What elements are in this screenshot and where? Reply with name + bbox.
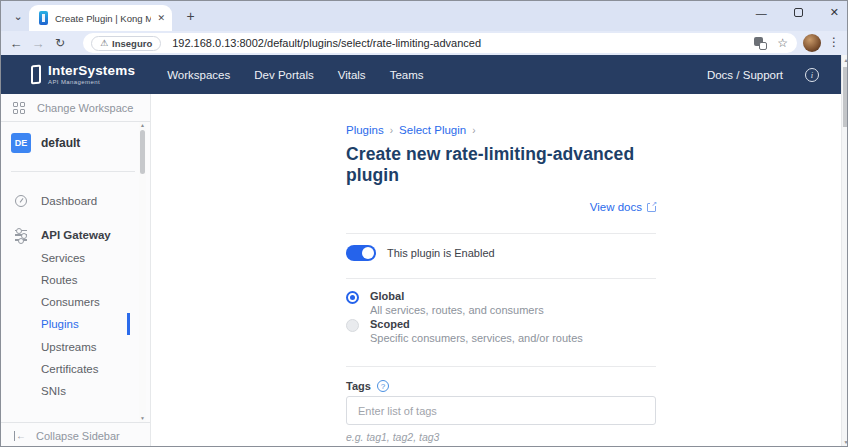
sidebar-item-certificates[interactable]: Certificates <box>1 358 139 380</box>
window-controls: — ✕ <box>756 6 839 19</box>
intersystems-logo-icon <box>31 64 41 84</box>
breadcrumb-select-plugin[interactable]: Select Plugin <box>399 124 466 136</box>
global-description: All services, routes, and consumers <box>370 304 544 316</box>
nav-vitals[interactable]: Vitals <box>338 69 366 81</box>
api-gateway-icon <box>15 230 27 241</box>
page-scrollbar[interactable]: ▲ ▼ <box>841 55 848 447</box>
scroll-down-icon[interactable]: ▼ <box>842 439 848 446</box>
scroll-up-icon[interactable]: ▲ <box>139 122 146 129</box>
workspace-grid-icon <box>13 102 25 114</box>
tab-title: Create Plugin | Kong Manager <box>55 13 151 24</box>
tags-field-header: Tags ? <box>346 380 656 392</box>
window-close-button[interactable]: ✕ <box>830 6 839 19</box>
tab-close-icon[interactable]: ✕ <box>157 13 165 23</box>
reload-button-icon[interactable]: ↻ <box>49 36 71 50</box>
sidebar-item-services[interactable]: Services <box>1 247 139 269</box>
intersystems-logo[interactable]: InterSystems API Management <box>31 64 135 86</box>
radio-global-selected[interactable] <box>346 291 359 304</box>
scoped-label: Scoped <box>370 318 583 331</box>
browser-window: ⌄ Create Plugin | Kong Manager ✕ + — ✕ ←… <box>0 0 848 447</box>
tab-search-chevron-icon[interactable]: ⌄ <box>9 8 27 25</box>
view-docs-label: View docs <box>590 201 642 213</box>
radio-scoped-unselected[interactable] <box>346 319 359 332</box>
kong-manager-page: InterSystems API Management Workspaces D… <box>1 55 848 447</box>
collapse-arrow-icon: ← <box>14 431 26 441</box>
enabled-toggle-row: This plugin is Enabled <box>346 245 656 261</box>
browser-tab[interactable]: Create Plugin | Kong Manager ✕ <box>29 5 172 31</box>
tags-help-icon[interactable]: ? <box>377 380 389 392</box>
tags-hint: e.g. tag1, tag2, tag3 <box>346 431 656 443</box>
section-divider <box>346 278 656 279</box>
sidebar-item-label: Upstreams <box>41 341 97 353</box>
sidebar-scrollbar-thumb[interactable] <box>140 130 145 174</box>
url-bar[interactable]: ⚠ Inseguro 192.168.0.13:8002/default/plu… <box>83 33 797 53</box>
sidebar-item-api-gateway[interactable]: API Gateway <box>1 224 139 246</box>
sidebar-item-label: Routes <box>41 274 77 286</box>
external-link-icon: ↗ <box>647 203 656 212</box>
brand-subtitle: API Management <box>48 79 135 85</box>
brand-name: InterSystems <box>48 64 135 78</box>
scoped-description: Specific consumers, services, and/or rou… <box>370 332 583 344</box>
url-text: 192.168.0.13:8002/default/plugins/select… <box>172 37 754 49</box>
workspace-avatar: DE <box>11 133 31 153</box>
info-icon[interactable]: i <box>805 68 819 82</box>
top-navigation: Workspaces Dev Portals Vitals Teams <box>167 69 423 81</box>
sidebar-item-label: Services <box>41 252 85 264</box>
plugin-enabled-toggle[interactable] <box>346 245 376 261</box>
sidebar-item-label: API Gateway <box>41 229 111 241</box>
bookmark-star-icon[interactable]: ☆ <box>777 36 788 50</box>
browser-menu-icon[interactable]: ⋮ <box>828 35 840 49</box>
sidebar-divider <box>11 171 135 172</box>
profile-avatar[interactable] <box>803 34 821 52</box>
translate-icon[interactable] <box>754 37 767 50</box>
scroll-down-icon[interactable]: ▼ <box>139 415 146 422</box>
breadcrumb-separator: › <box>390 125 393 136</box>
scope-option-scoped[interactable]: Scoped Specific consumers, services, and… <box>346 318 656 344</box>
sidebar-item-upstreams[interactable]: Upstreams <box>1 336 139 358</box>
sidebar-scrollbar[interactable]: ▲ ▼ <box>139 122 146 422</box>
docs-support-link[interactable]: Docs / Support <box>707 69 783 81</box>
workspace-name: default <box>41 136 80 150</box>
app-header: InterSystems API Management Workspaces D… <box>1 55 848 94</box>
nav-workspaces[interactable]: Workspaces <box>167 69 230 81</box>
collapse-sidebar-label: Collapse Sidebar <box>36 430 120 442</box>
minimize-button[interactable]: — <box>756 7 767 19</box>
site-security-chip[interactable]: ⚠ Inseguro <box>91 36 161 51</box>
breadcrumb-plugins[interactable]: Plugins <box>346 124 384 136</box>
page-scrollbar-thumb[interactable] <box>843 67 848 127</box>
sidebar-item-label: Certificates <box>41 363 99 375</box>
global-label: Global <box>370 290 544 303</box>
section-divider <box>346 233 656 234</box>
tags-label: Tags <box>346 380 371 392</box>
sidebar-item-label: SNIs <box>41 385 66 397</box>
breadcrumb: Plugins › Select Plugin › <box>346 124 656 136</box>
tags-input-wrap <box>346 396 656 425</box>
workspace-selector[interactable]: DE default <box>11 133 80 153</box>
tab-strip: ⌄ Create Plugin | Kong Manager ✕ + — ✕ <box>1 1 848 31</box>
back-button-icon[interactable]: ← <box>5 36 27 51</box>
plugin-enabled-label: This plugin is Enabled <box>387 247 495 259</box>
scope-option-global[interactable]: Global All services, routes, and consume… <box>346 290 656 316</box>
nav-dev-portals[interactable]: Dev Portals <box>254 69 313 81</box>
kong-manager-favicon <box>39 11 48 25</box>
nav-teams[interactable]: Teams <box>390 69 424 81</box>
sidebar-item-routes[interactable]: Routes <box>1 269 139 291</box>
change-workspace-button[interactable]: Change Workspace <box>1 94 150 122</box>
browser-chrome: ⌄ Create Plugin | Kong Manager ✕ + — ✕ ←… <box>1 1 848 55</box>
section-divider <box>346 366 656 367</box>
sidebar-item-snis[interactable]: SNIs <box>1 380 139 402</box>
sidebar-item-consumers[interactable]: Consumers <box>1 291 139 313</box>
change-workspace-label: Change Workspace <box>37 102 133 114</box>
maximize-button[interactable] <box>794 8 803 17</box>
sidebar-item-dashboard[interactable]: Dashboard <box>1 190 139 212</box>
forward-button-icon[interactable]: → <box>27 36 49 51</box>
tags-input[interactable] <box>346 396 656 425</box>
new-tab-button[interactable]: + <box>182 8 199 25</box>
collapse-sidebar-button[interactable]: ← Collapse Sidebar <box>1 422 150 447</box>
active-item-indicator <box>127 313 130 335</box>
view-docs-link[interactable]: View docs ↗ <box>346 201 656 213</box>
scroll-up-icon[interactable]: ▲ <box>842 57 848 64</box>
sidebar-item-plugins[interactable]: Plugins <box>1 313 139 335</box>
page-title: Create new rate-limiting-advanced plugin <box>346 144 656 186</box>
sidebar-item-label: Plugins <box>41 318 79 330</box>
